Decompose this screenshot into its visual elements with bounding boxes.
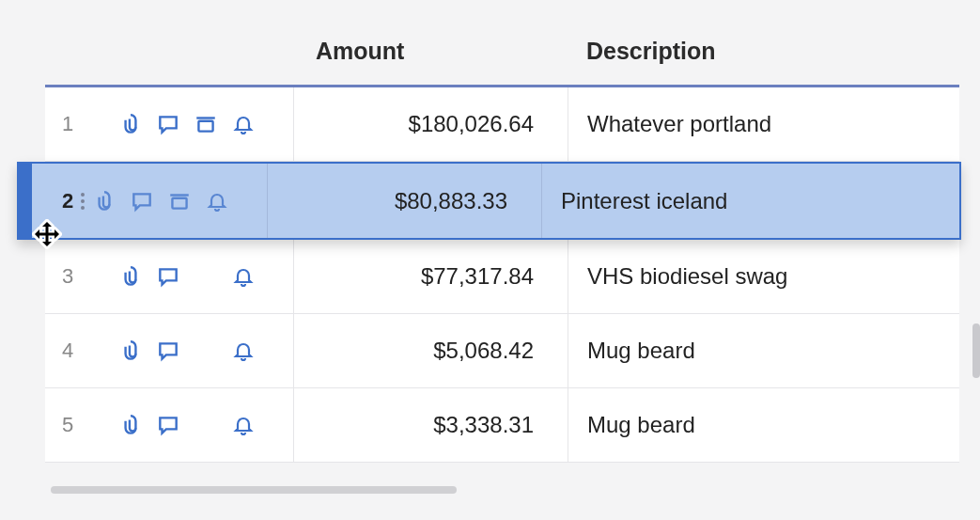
comment-icon[interactable] bbox=[156, 264, 180, 289]
archive-icon[interactable] bbox=[194, 112, 218, 136]
row-icons bbox=[109, 112, 293, 136]
svg-rect-0 bbox=[198, 121, 212, 132]
comment-icon[interactable] bbox=[156, 339, 180, 363]
attachment-icon[interactable] bbox=[118, 112, 143, 136]
comment-icon[interactable] bbox=[156, 413, 180, 437]
table-body: 1 $180,026.64 Whatever por bbox=[45, 85, 959, 463]
row-icons bbox=[109, 413, 293, 437]
column-header-description[interactable]: Description bbox=[568, 38, 959, 65]
column-header-amount[interactable]: Amount bbox=[293, 38, 568, 65]
amount-cell[interactable]: $5,068.42 bbox=[293, 314, 568, 387]
description-cell[interactable]: Pinterest iceland bbox=[541, 164, 959, 238]
table-row[interactable]: 5 $3,338.31 Mug beard bbox=[45, 388, 959, 463]
attachment-icon[interactable] bbox=[92, 189, 117, 213]
table-row[interactable]: 1 $180,026.64 Whatever por bbox=[45, 87, 959, 162]
bell-icon[interactable] bbox=[231, 339, 256, 363]
archive-icon[interactable] bbox=[167, 189, 192, 213]
attachment-icon[interactable] bbox=[118, 413, 143, 437]
row-number[interactable]: 5 bbox=[45, 413, 109, 437]
row-icons bbox=[83, 189, 267, 213]
bell-icon[interactable] bbox=[231, 264, 256, 289]
amount-cell[interactable]: $180,026.64 bbox=[293, 87, 568, 161]
svg-rect-3 bbox=[39, 233, 55, 236]
attachment-icon[interactable] bbox=[118, 339, 143, 363]
description-cell[interactable]: Mug beard bbox=[568, 314, 959, 387]
comment-icon[interactable] bbox=[130, 189, 154, 213]
table-row-selected[interactable]: 2 $80,883.33 bbox=[17, 162, 961, 240]
attachment-icon[interactable] bbox=[118, 264, 143, 289]
svg-rect-1 bbox=[172, 197, 186, 208]
row-number[interactable]: 2 bbox=[19, 189, 83, 213]
horizontal-scrollbar[interactable] bbox=[51, 486, 457, 494]
bell-icon[interactable] bbox=[231, 413, 256, 437]
row-icons bbox=[109, 264, 293, 289]
row-number[interactable]: 4 bbox=[45, 339, 109, 363]
row-number[interactable]: 3 bbox=[45, 264, 109, 289]
table-header-row: Amount Description bbox=[45, 17, 959, 85]
amount-cell[interactable]: $80,883.33 bbox=[267, 164, 541, 238]
vertical-scrollbar[interactable] bbox=[972, 323, 980, 378]
amount-cell[interactable]: $3,338.31 bbox=[293, 388, 568, 462]
comment-icon[interactable] bbox=[156, 112, 180, 136]
description-cell[interactable]: Mug beard bbox=[568, 388, 959, 462]
description-cell[interactable]: Whatever portland bbox=[568, 87, 959, 161]
data-table: Amount Description 1 bbox=[45, 17, 959, 463]
row-number[interactable]: 1 bbox=[45, 112, 109, 136]
table-row[interactable]: 3 $77,317.84 VHS biodiesel swag bbox=[45, 240, 959, 314]
description-cell[interactable]: VHS biodiesel swag bbox=[568, 240, 959, 313]
bell-icon[interactable] bbox=[231, 112, 256, 136]
amount-cell[interactable]: $77,317.84 bbox=[293, 240, 568, 313]
row-icons bbox=[109, 339, 293, 363]
bell-icon[interactable] bbox=[205, 189, 229, 213]
table-row[interactable]: 4 $5,068.42 Mug beard bbox=[45, 314, 959, 388]
